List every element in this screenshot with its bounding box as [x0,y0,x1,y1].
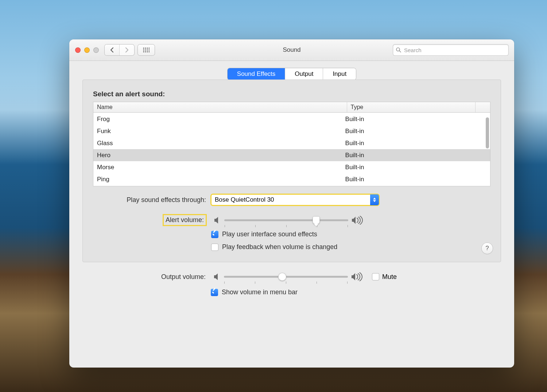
tab-sound-effects[interactable]: Sound Effects [228,68,286,80]
mute-label: Mute [382,273,397,281]
svg-point-9 [145,51,146,53]
column-type[interactable]: Type [347,102,476,112]
search-icon [396,47,401,53]
svg-point-0 [143,48,144,49]
scrollbar-thumb[interactable] [486,117,489,148]
help-button[interactable]: ? [482,243,493,254]
table-row[interactable]: FunkBuilt-in [93,125,490,137]
play-through-label: Play sound effects through: [93,196,211,204]
forward-button [120,44,134,55]
svg-point-8 [143,51,144,53]
sound-name: Morse [93,164,343,171]
nav-back-forward [105,44,134,55]
svg-point-2 [147,48,148,49]
mute-checkbox[interactable] [372,273,379,280]
minimize-icon[interactable] [84,47,90,53]
svg-point-6 [147,50,148,51]
speaker-high-icon [348,216,366,225]
table-header: Name Type [93,102,490,113]
table-row[interactable]: PingBuilt-in [93,173,490,185]
speaker-low-icon [211,217,224,224]
sound-preferences-window: Sound Sound Effects Output Input Select … [69,39,514,368]
table-row[interactable]: HeroBuilt-in [93,149,490,161]
back-button[interactable] [105,44,120,55]
svg-point-4 [143,50,144,51]
sound-type: Built-in [343,176,490,183]
sound-name: Frog [93,116,343,123]
alert-volume-slider[interactable] [224,215,348,225]
svg-point-5 [145,50,146,51]
zoom-icon [93,47,99,53]
search-field[interactable] [393,44,508,55]
sound-effects-panel: Select an alert sound: Name Type FrogBui… [82,79,501,262]
output-section: Output volume: Mute Show volume in [82,262,501,296]
svg-point-1 [145,48,146,49]
table-row[interactable]: MorseBuilt-in [93,161,490,173]
alert-volume-label: Alert volume: [93,215,211,225]
speaker-low-icon [211,273,224,280]
sound-name: Ping [93,176,343,183]
menubar-label: Show volume in menu bar [222,288,298,296]
feedback-checkbox[interactable] [211,244,218,251]
tab-strip: Sound Effects Output Input [82,68,501,80]
speaker-high-icon [348,272,366,281]
tab-output[interactable]: Output [285,68,323,80]
sound-type: Built-in [343,164,490,171]
feedback-label: Play feedback when volume is changed [222,243,337,251]
sound-type: Built-in [343,116,490,123]
output-volume-label: Output volume: [93,273,211,281]
output-volume-slider[interactable] [224,272,348,282]
sound-type: Built-in [343,152,490,159]
column-name[interactable]: Name [93,102,347,112]
search-input[interactable] [403,47,505,54]
alert-sound-label: Select an alert sound: [93,90,490,98]
alert-sound-table[interactable]: Name Type FrogBuilt-inFunkBuilt-inGlassB… [93,102,490,186]
svg-point-11 [149,51,150,53]
sound-name: Glass [93,140,343,147]
ui-sounds-checkbox[interactable] [211,231,218,238]
sound-name: Hero [93,152,343,159]
show-all-button[interactable] [138,44,155,55]
svg-point-7 [149,50,150,51]
play-through-value: Bose QuietControl 30 [215,196,274,203]
table-row[interactable]: FrogBuilt-in [93,113,490,125]
play-through-select[interactable]: Bose QuietControl 30 [211,194,379,205]
titlebar: Sound [69,39,514,61]
svg-point-3 [149,48,150,49]
select-stepper-icon[interactable] [370,194,379,205]
window-controls [75,47,99,53]
svg-point-10 [147,51,148,53]
menubar-checkbox[interactable] [211,289,218,296]
sound-type: Built-in [343,128,490,135]
table-row[interactable]: GlassBuilt-in [93,137,490,149]
window-body: Sound Effects Output Input Select an ale… [69,61,514,368]
sound-name: Funk [93,128,343,135]
tab-input[interactable]: Input [323,68,356,80]
ui-sounds-label: Play user interface sound effects [222,230,317,238]
sound-type: Built-in [343,140,490,147]
close-icon[interactable] [75,47,81,53]
svg-line-13 [399,51,401,52]
